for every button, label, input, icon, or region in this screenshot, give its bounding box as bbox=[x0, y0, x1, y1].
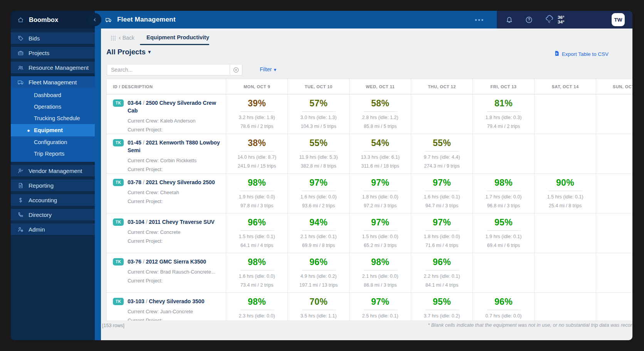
chevron-down-icon: ▼ bbox=[147, 49, 152, 55]
sidebar-item-fleet-management[interactable]: Fleet Management bbox=[11, 76, 95, 88]
column-header-day-6[interactable]: SUN, OCT 15 bbox=[596, 79, 632, 94]
sidebar-item-admin[interactable]: Admin bbox=[11, 223, 95, 235]
sidebar-subitem-dashboard[interactable]: Dashboard bbox=[11, 89, 95, 101]
back-button[interactable]: ‹ Back bbox=[119, 35, 135, 41]
productivity-cell[interactable]: 39% 3.2 hrs (idle: 1.9) 78.6 mi / 2 trip… bbox=[226, 94, 288, 134]
filter-dropdown[interactable]: Filter▼ bbox=[260, 66, 277, 72]
sidebar-item-directory[interactable]: Directory bbox=[11, 209, 95, 220]
column-header-day-4[interactable]: FRI, OCT 13 bbox=[473, 79, 535, 94]
productivity-cell[interactable]: 96% 2.2 hrs (idle: 0.1) 84.1 mi / 4 trip… bbox=[411, 253, 473, 292]
productivity-percent: 70% bbox=[288, 297, 349, 307]
equipment-cell[interactable]: TK 03-104 / 2011 Chevy Traverse SUV Curr… bbox=[107, 213, 226, 253]
column-header-day-1[interactable]: TUE, OCT 10 bbox=[288, 79, 350, 94]
productivity-cell[interactable]: 98% 2.1 hrs (idle: 0.0) 86.8 mi / 3 trip… bbox=[350, 253, 411, 292]
column-header-day-3[interactable]: THU, OCT 12 bbox=[411, 79, 473, 94]
cell-divider bbox=[240, 111, 274, 112]
temp-low: 34° bbox=[558, 20, 564, 24]
sidebar-subitem-equipment[interactable]: ●Equipment bbox=[11, 124, 95, 136]
productivity-cell[interactable]: 96% 4.9 hrs (idle: 0.2) 197.1 mi / 13 tr… bbox=[288, 253, 350, 292]
clear-search-button[interactable] bbox=[230, 64, 242, 75]
equipment-cell[interactable]: TK 03-78 / 2021 Chevy Silverado 2500 Cur… bbox=[107, 174, 226, 213]
productivity-cell[interactable]: 54% 13.3 hrs (idle: 6.1) 311.6 mi / 18 t… bbox=[350, 134, 411, 173]
weather-widget[interactable]: 36° 34° bbox=[545, 14, 564, 25]
column-header-id[interactable]: ID / DESCRIPTION bbox=[107, 79, 226, 94]
sidebar-item-resource-management[interactable]: Resource Management bbox=[11, 62, 95, 73]
equipment-id: 03-104 bbox=[128, 219, 145, 225]
column-header-day-0[interactable]: MON, OCT 9 bbox=[226, 79, 288, 94]
productivity-cell[interactable]: 96% 0.7 hrs (idle: 0.0) 10.9 mi / 10 tri… bbox=[473, 293, 535, 321]
productivity-cell[interactable]: 97% 1.8 hrs (idle: 0.0) 71.6 mi / 4 trip… bbox=[411, 213, 473, 253]
miles-trips: 97.2 mi / 3 trips bbox=[350, 203, 411, 208]
equipment-cell[interactable]: TK 03-64 / 2500 Chevy Silverado Crew Cab… bbox=[107, 94, 226, 134]
hours-idle: 2.3 hrs (idle: 0.0) bbox=[226, 313, 288, 319]
productivity-cell-empty[interactable] bbox=[596, 134, 632, 173]
equipment-cell[interactable]: TK 01-45 / 2021 Kenworth T880 Lowboy Sem… bbox=[107, 134, 226, 173]
sidebar-brand[interactable]: Boombox bbox=[11, 11, 95, 29]
productivity-cell[interactable]: 97% 2.5 hrs (idle: 0.1) 111.4 mi / 5 tri… bbox=[350, 293, 411, 321]
productivity-cell-empty[interactable] bbox=[596, 293, 632, 321]
help-icon[interactable] bbox=[525, 16, 533, 24]
productivity-cell[interactable]: 97% 1.5 hrs (idle: 0.0) 65.2 mi / 3 trip… bbox=[350, 213, 411, 253]
productivity-cell[interactable]: 57% 3.0 hrs (idle: 1.3) 104.3 mi / 5 tri… bbox=[288, 94, 350, 134]
sidebar-subitem-operations[interactable]: Operations bbox=[11, 101, 95, 113]
equipment-type-badge: TK bbox=[113, 179, 124, 186]
user-avatar[interactable]: TW bbox=[612, 13, 625, 26]
productivity-cell[interactable]: 90% 1.5 hrs (idle: 0.1) 25.4 mi / 8 trip… bbox=[535, 174, 596, 213]
productivity-cell[interactable]: 98% 1.9 hrs (idle: 0.0) 97.8 mi / 3 trip… bbox=[226, 174, 288, 213]
productivity-cell-empty[interactable] bbox=[535, 253, 596, 292]
sidebar-subitem-trip-reports[interactable]: Trip Reports bbox=[11, 148, 95, 160]
export-csv-button[interactable]: Export Table to CSV bbox=[554, 50, 609, 57]
equipment-cell[interactable]: TK 03-103 / Chevy Silverado 3500 Current… bbox=[107, 293, 226, 321]
hours-idle: 1.5 hrs (idle: 0.1) bbox=[535, 194, 596, 200]
productivity-cell[interactable]: 38% 14.0 hrs (idle: 8.7) 241.9 mi / 15 t… bbox=[226, 134, 288, 173]
productivity-cell[interactable]: 98% 1.6 hrs (idle: 0.0) 73.4 mi / 2 trip… bbox=[226, 253, 288, 292]
search-input[interactable] bbox=[107, 64, 230, 75]
sidebar-subitem-configuration[interactable]: Configuration bbox=[11, 136, 95, 148]
table-row: TK 01-45 / 2021 Kenworth T880 Lowboy Sem… bbox=[107, 134, 632, 174]
productivity-cell[interactable]: 81% 1.8 hrs (idle: 0.3) 79.4 mi / 2 trip… bbox=[473, 94, 535, 134]
productivity-cell[interactable]: 95% 3.7 hrs (idle: 0.2) 114.3 mi / 10 tr… bbox=[411, 293, 473, 321]
equipment-cell[interactable]: TK 03-76 / 2012 GMC Sierra K3500 Current… bbox=[107, 253, 226, 292]
productivity-cell-empty[interactable] bbox=[411, 94, 473, 134]
sidebar-subitem-trucking-schedule[interactable]: Trucking Schedule bbox=[11, 113, 95, 124]
productivity-cell[interactable]: 98% 1.7 hrs (idle: 0.0) 96.8 mi / 3 trip… bbox=[473, 174, 535, 213]
productivity-percent: 97% bbox=[350, 297, 411, 307]
sidebar-item-vendor-management[interactable]: Vendor Management bbox=[11, 165, 95, 176]
sidebar-item-projects[interactable]: Projects bbox=[11, 47, 95, 59]
productivity-cell-empty[interactable] bbox=[535, 134, 596, 173]
sidebar-item-reporting[interactable]: Reporting bbox=[11, 180, 95, 191]
productivity-percent: 90% bbox=[535, 178, 596, 188]
sidebar-item-bids[interactable]: Bids bbox=[11, 32, 95, 44]
column-header-day-5[interactable]: SAT, OCT 14 bbox=[535, 79, 596, 94]
cell-divider bbox=[302, 310, 336, 310]
column-header-day-2[interactable]: WED, OCT 11 bbox=[350, 79, 411, 94]
productivity-cell[interactable]: 94% 2.1 hrs (idle: 0.1) 69.9 mi / 8 trip… bbox=[288, 213, 350, 253]
productivity-cell[interactable]: 58% 2.8 hrs (idle: 1.2) 85.8 mi / 5 trip… bbox=[350, 94, 411, 134]
productivity-cell[interactable]: 70% 3.5 hrs (idle: 1.1) 112.5 mi / 4 tri… bbox=[288, 293, 350, 321]
productivity-cell-empty[interactable] bbox=[473, 134, 535, 173]
tab-equipment-productivity[interactable]: Equipment Productivity bbox=[146, 34, 209, 40]
notifications-bell-icon[interactable] bbox=[505, 16, 513, 24]
productivity-cell-empty[interactable] bbox=[535, 94, 596, 134]
project-filter-dropdown[interactable]: All Projects▼ bbox=[106, 48, 152, 56]
productivity-cell-empty[interactable] bbox=[535, 213, 596, 253]
truck-icon bbox=[17, 79, 24, 86]
productivity-cell-empty[interactable] bbox=[596, 174, 632, 213]
productivity-cell-empty[interactable] bbox=[596, 213, 632, 253]
productivity-cell[interactable]: 98% 2.3 hrs (idle: 0.0) 112.3 mi / 3 tri… bbox=[226, 293, 288, 321]
productivity-cell[interactable]: 97% 1.6 hrs (idle: 0.0) 93.6 mi / 2 trip… bbox=[288, 174, 350, 213]
productivity-cell[interactable]: 97% 1.6 hrs (idle: 0.1) 94.7 mi / 3 trip… bbox=[411, 174, 473, 213]
productivity-cell-empty[interactable] bbox=[596, 94, 632, 134]
productivity-cell[interactable]: 95% 1.9 hrs (idle: 0.1) 69.4 mi / 6 trip… bbox=[473, 213, 535, 253]
productivity-cell[interactable]: 55% 9.7 hrs (idle: 4.4) 274.3 mi / 9 tri… bbox=[411, 134, 473, 173]
productivity-cell[interactable]: 97% 1.8 hrs (idle: 0.0) 97.2 mi / 3 trip… bbox=[350, 174, 411, 213]
productivity-cell-empty[interactable] bbox=[535, 293, 596, 321]
productivity-cell[interactable]: 96% 1.5 hrs (idle: 0.1) 64.1 mi / 4 trip… bbox=[226, 213, 288, 253]
sidebar-collapse-button[interactable]: ‹ bbox=[88, 13, 101, 26]
productivity-cell-empty[interactable] bbox=[596, 253, 632, 292]
productivity-cell[interactable]: 55% 11.9 hrs (idle: 5.3) 382.8 mi / 8 tr… bbox=[288, 134, 350, 173]
apps-grid-icon[interactable] bbox=[110, 35, 116, 43]
productivity-cell-empty[interactable] bbox=[473, 253, 535, 292]
more-menu-button[interactable]: ••• bbox=[472, 14, 487, 25]
sidebar-item-accounting[interactable]: Accounting bbox=[11, 194, 95, 206]
